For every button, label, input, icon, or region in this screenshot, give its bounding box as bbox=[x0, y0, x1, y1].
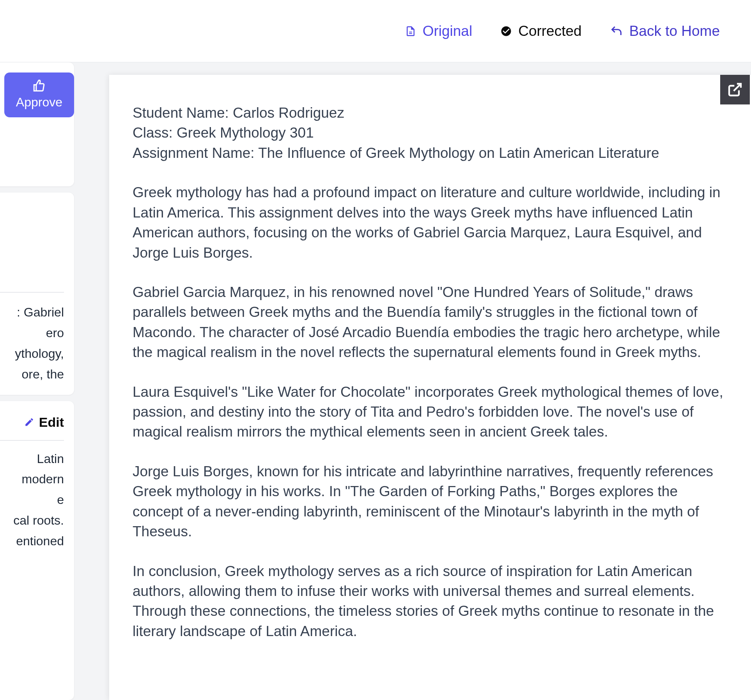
approve-button[interactable]: Approve bbox=[4, 72, 74, 117]
open-in-new-icon bbox=[727, 82, 743, 97]
document-body: Student Name: Carlos Rodriguez Class: Gr… bbox=[133, 103, 725, 641]
edit-button[interactable]: Edit bbox=[0, 411, 64, 441]
tab-original-label: Original bbox=[423, 23, 473, 39]
tab-original[interactable]: Original bbox=[405, 23, 473, 39]
thumbs-up-icon bbox=[32, 79, 46, 92]
approve-button-label: Approve bbox=[16, 95, 62, 110]
back-to-home-label: Back to Home bbox=[629, 23, 720, 39]
document-paragraph: Jorge Luis Borges, known for his intrica… bbox=[133, 461, 725, 542]
sidebar-note-1: : Gabriel ero ythology, ore, the bbox=[0, 193, 74, 395]
document-icon bbox=[405, 24, 416, 38]
tab-corrected-label: Corrected bbox=[518, 23, 581, 39]
back-to-home-link[interactable]: Back to Home bbox=[610, 23, 720, 39]
undo-icon bbox=[610, 25, 623, 38]
expand-button[interactable] bbox=[720, 75, 750, 104]
sidebar-note-2-text: Latin modern e cal roots. entioned bbox=[0, 449, 64, 552]
header-bar: Original Corrected Back to Home bbox=[0, 0, 751, 62]
content-area: Approve : Gabriel ero ythology, ore, the… bbox=[0, 62, 751, 700]
sidebar: Approve : Gabriel ero ythology, ore, the… bbox=[0, 62, 74, 700]
document-paragraph: In conclusion, Greek mythology serves as… bbox=[133, 561, 725, 642]
sidebar-note-1-text: : Gabriel ero ythology, ore, the bbox=[0, 302, 64, 384]
sidebar-note-2: Edit Latin modern e cal roots. entioned bbox=[0, 401, 74, 700]
document-paragraph: Gabriel Garcia Marquez, in his renowned … bbox=[133, 282, 725, 362]
tab-corrected[interactable]: Corrected bbox=[500, 23, 581, 39]
check-circle-icon bbox=[500, 25, 512, 37]
document-header-block: Student Name: Carlos Rodriguez Class: Gr… bbox=[133, 103, 725, 163]
document-paragraph: Laura Esquivel's "Like Water for Chocola… bbox=[133, 382, 725, 442]
document-panel: Student Name: Carlos Rodriguez Class: Gr… bbox=[109, 75, 751, 700]
pencil-icon bbox=[24, 417, 34, 427]
document-paragraph: Greek mythology has had a profound impac… bbox=[133, 182, 725, 263]
edit-label: Edit bbox=[39, 411, 64, 433]
approve-card: Approve bbox=[0, 62, 74, 186]
